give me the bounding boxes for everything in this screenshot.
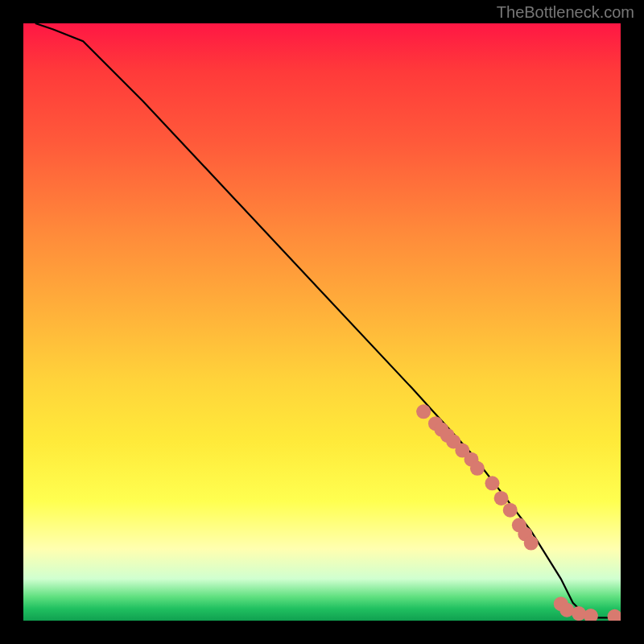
- data-marker: [470, 461, 485, 476]
- data-marker: [608, 609, 621, 621]
- data-marker: [572, 606, 586, 621]
- data-marker: [503, 503, 518, 518]
- curve-line: [35, 23, 621, 617]
- marker-group: [416, 404, 621, 621]
- chart-plot-area: [23, 23, 621, 621]
- chart-overlay-svg: [23, 23, 621, 621]
- data-marker: [524, 536, 539, 551]
- attribution-text: TheBottleneck.com: [497, 3, 634, 22]
- data-marker: [584, 609, 598, 621]
- data-marker: [416, 404, 431, 419]
- data-marker: [485, 476, 499, 490]
- data-marker: [494, 491, 509, 506]
